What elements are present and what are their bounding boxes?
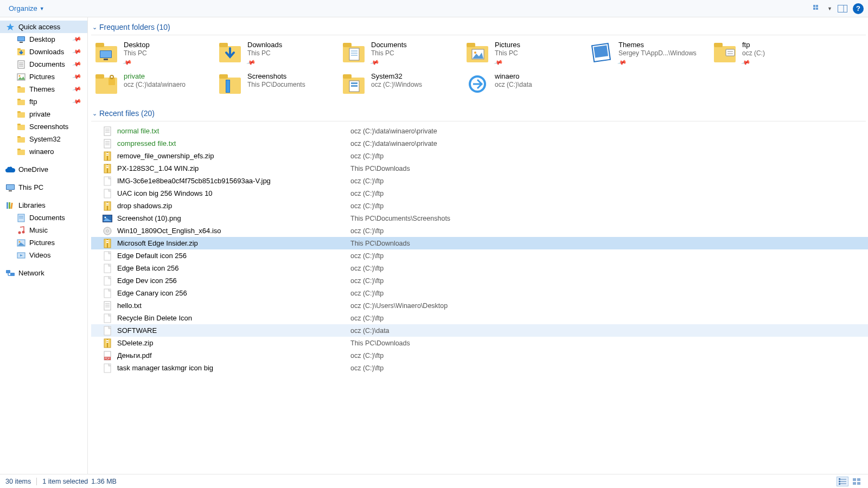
file-row[interactable]: IMG-3c6e1e8bea0cf4f75cb851cb915693aa-V.j… bbox=[91, 175, 868, 187]
svg-rect-0 bbox=[813, 5, 815, 7]
sidebar-item-downloads[interactable]: Downloads📌 bbox=[0, 46, 87, 58]
thumbnails-view-button[interactable] bbox=[851, 477, 863, 486]
sidebar-item-label: OneDrive bbox=[18, 165, 87, 174]
file-row[interactable]: Edge Canary icon 256ocz (C:)\ftp bbox=[91, 287, 868, 299]
computer-icon bbox=[5, 183, 15, 192]
folder-tile[interactable]: winaeroocz (C:)\data bbox=[462, 70, 586, 101]
file-row[interactable]: task manager taskmgr icon bigocz (C:)\ft… bbox=[91, 362, 868, 374]
file-name: Edge Default icon 256 bbox=[117, 252, 350, 260]
file-row[interactable]: Recycle Bin Delete Iconocz (C:)\ftp bbox=[91, 312, 868, 324]
sidebar-item-lib-videos[interactable]: Videos bbox=[0, 249, 87, 261]
folder-name: Pictures bbox=[495, 41, 520, 49]
folder-location: This PC bbox=[124, 49, 150, 57]
folder-tile[interactable]: DesktopThis PC📌 bbox=[91, 38, 215, 70]
svg-rect-151 bbox=[839, 480, 840, 482]
sidebar-item-quick-access[interactable]: Quick access bbox=[0, 21, 87, 33]
star-icon bbox=[5, 22, 15, 32]
folder-tile[interactable]: DocumentsThis PC📌 bbox=[339, 38, 462, 70]
file-icon bbox=[102, 288, 113, 299]
file-name: PX-128S3C_1.04 WIN.zip bbox=[117, 164, 350, 172]
file-row[interactable]: normal file.txtocz (C:)\data\winaero\pri… bbox=[91, 125, 868, 137]
file-name: Screenshot (10).png bbox=[117, 214, 350, 222]
sidebar-item-label: private bbox=[29, 110, 87, 118]
toolbar: Organize ▼ ▼ ? bbox=[0, 0, 868, 17]
lib-doc-icon bbox=[16, 213, 26, 223]
file-row[interactable]: Edge Beta icon 256ocz (C:)\ftp bbox=[91, 262, 868, 274]
svg-rect-100 bbox=[106, 155, 108, 156]
svg-marker-6 bbox=[7, 23, 14, 30]
file-row[interactable]: Microsoft Edge Insider.zipThis PC\Downlo… bbox=[91, 237, 868, 249]
organize-menu[interactable]: Organize ▼ bbox=[4, 2, 49, 15]
zip-icon bbox=[102, 338, 113, 349]
sidebar-item-themes[interactable]: Themes📌 bbox=[0, 83, 87, 95]
folder-location: ocz (C:)\data bbox=[495, 81, 532, 88]
preview-pane-button[interactable] bbox=[838, 4, 847, 14]
sidebar-item-label: Network bbox=[18, 269, 87, 277]
sidebar-item-screenshots[interactable]: Screenshots bbox=[0, 120, 87, 133]
file-row[interactable]: SOFTWAREocz (C:)\data bbox=[91, 324, 868, 337]
folder-tile[interactable]: DownloadsThis PC📌 bbox=[215, 38, 339, 70]
file-row[interactable]: SDelete.zipThis PC\Downloads bbox=[91, 337, 868, 349]
sidebar-item-documents[interactable]: Documents📌 bbox=[0, 58, 87, 70]
file-row[interactable]: remove_file_ownership_efs.zipocz (C:)\ft… bbox=[91, 150, 868, 162]
sidebar-item-this-pc[interactable]: This PC bbox=[0, 181, 87, 194]
file-row[interactable]: UAC icon big 256 Windows 10ocz (C:)\ftp bbox=[91, 187, 868, 200]
svg-rect-20 bbox=[17, 100, 25, 105]
sidebar-item-onedrive[interactable]: OneDrive bbox=[0, 163, 87, 176]
folder-tile[interactable]: System32ocz (C:)\Windows bbox=[339, 70, 462, 101]
sidebar-item-lib-pictures[interactable]: Pictures bbox=[0, 236, 87, 249]
sidebar-item-desktop[interactable]: Desktop📌 bbox=[0, 33, 87, 46]
svg-rect-58 bbox=[349, 48, 359, 60]
file-name: Win10_1809Oct_English_x64.iso bbox=[117, 227, 350, 235]
folder-tile[interactable]: ftpocz (C:)📌 bbox=[710, 38, 833, 70]
layout-options-button[interactable] bbox=[812, 4, 822, 14]
svg-rect-11 bbox=[17, 48, 21, 50]
zip-icon bbox=[102, 201, 113, 211]
folder-icon bbox=[713, 41, 737, 65]
organize-label: Organize bbox=[9, 4, 37, 12]
file-row[interactable]: drop shadows.zipocz (C:)\ftp bbox=[91, 200, 868, 212]
group-header-folders[interactable]: ⌄ Frequent folders (10) bbox=[91, 21, 866, 35]
svg-rect-2 bbox=[813, 8, 815, 10]
content-pane: ⌄ Frequent folders (10) DesktopThis PC📌D… bbox=[88, 17, 868, 474]
svg-rect-18 bbox=[17, 87, 25, 93]
folder-name: Documents bbox=[371, 41, 407, 49]
file-row[interactable]: PX-128S3C_1.04 WIN.zipThis PC\Downloads bbox=[91, 162, 868, 175]
sidebar-item-lib-documents[interactable]: Documents bbox=[0, 211, 87, 224]
folder-tile[interactable]: privateocz (C:)\data\winaero bbox=[91, 70, 215, 101]
svg-rect-28 bbox=[17, 150, 25, 155]
folder-tile[interactable]: ScreenshotsThis PC\Documents bbox=[215, 70, 339, 101]
details-view-button[interactable] bbox=[837, 477, 848, 486]
sidebar-item-winaero[interactable]: winaero bbox=[0, 145, 87, 158]
folder-tile[interactable]: ThemesSergey T\AppD...\Windows📌 bbox=[586, 38, 710, 70]
file-row[interactable]: Edge Default icon 256ocz (C:)\ftp bbox=[91, 249, 868, 262]
file-row[interactable]: PDFДеньги.pdfocz (C:)\ftp bbox=[91, 349, 868, 362]
file-path: This PC\Downloads bbox=[350, 240, 410, 247]
file-row[interactable]: compressed file.txtocz (C:)\data\winaero… bbox=[91, 137, 868, 150]
zip-icon bbox=[102, 238, 113, 249]
file-path: ocz (C:)\ftp bbox=[350, 152, 384, 160]
folder-tile[interactable]: PicturesThis PC📌 bbox=[462, 38, 586, 70]
png-icon bbox=[102, 213, 113, 224]
sidebar-item-libraries[interactable]: Libraries bbox=[0, 199, 87, 211]
sidebar-item-private[interactable]: private bbox=[0, 108, 87, 120]
help-icon[interactable]: ? bbox=[853, 3, 864, 14]
folder-icon bbox=[16, 97, 26, 107]
svg-rect-45 bbox=[6, 270, 10, 273]
file-row[interactable]: Screenshot (10).pngThis PC\Documents\Scr… bbox=[91, 212, 868, 224]
file-row[interactable]: Edge Dev icon 256ocz (C:)\ftp bbox=[91, 274, 868, 287]
sidebar-item-network[interactable]: Network bbox=[0, 267, 87, 279]
svg-rect-21 bbox=[17, 99, 21, 100]
file-path: ocz (C:)\data\winaero\private bbox=[350, 140, 437, 147]
sidebar-item-pictures[interactable]: Pictures📌 bbox=[0, 70, 87, 83]
sidebar-item-ftp[interactable]: ftp📌 bbox=[0, 95, 87, 108]
file-row[interactable]: hello.txtocz (C:)\Users\Winaero\Desktop bbox=[91, 299, 868, 312]
group-header-files[interactable]: ⌄ Recent files (20) bbox=[91, 107, 866, 121]
txt-icon bbox=[102, 300, 113, 311]
file-path: ocz (C:)\ftp bbox=[350, 265, 384, 272]
file-row[interactable]: Win10_1809Oct_English_x64.isoocz (C:)\ft… bbox=[91, 224, 868, 237]
sidebar-item-system32[interactable]: System32 bbox=[0, 133, 87, 145]
file-icon bbox=[102, 325, 113, 336]
sidebar-item-lib-music[interactable]: Music bbox=[0, 224, 87, 236]
chevron-down-icon[interactable]: ▼ bbox=[827, 6, 832, 11]
